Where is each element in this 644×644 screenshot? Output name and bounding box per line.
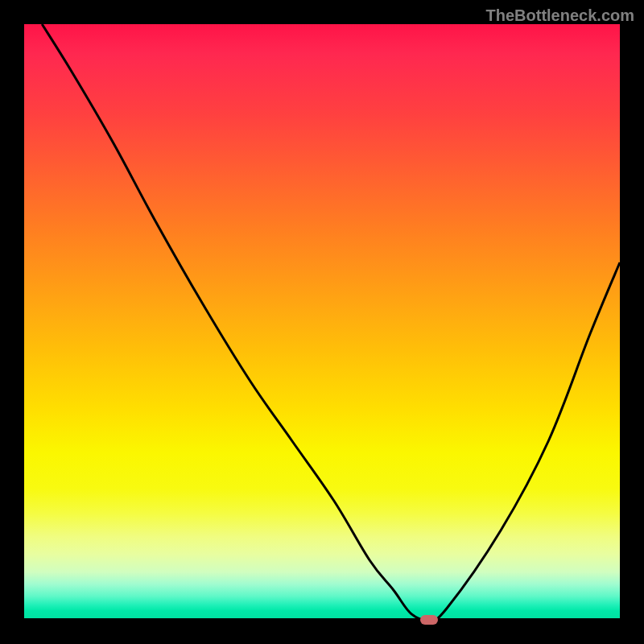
watermark-text: TheBottleneck.com [486, 6, 634, 25]
plot-area [24, 24, 620, 620]
optimal-point-marker [420, 615, 438, 625]
chart-container: TheBottleneck.com [0, 0, 644, 644]
bottleneck-curve [24, 24, 620, 620]
